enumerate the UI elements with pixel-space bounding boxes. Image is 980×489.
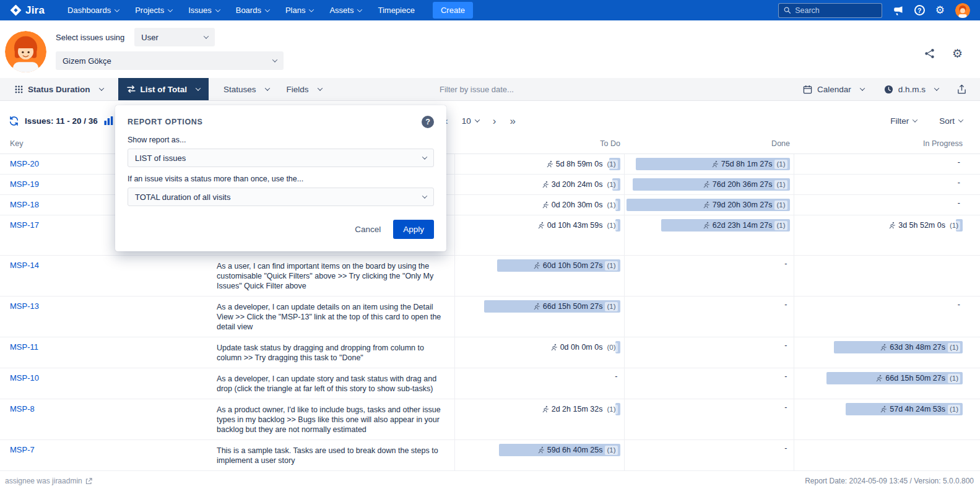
table-row: MSP-11Update task status by dragging and…: [0, 337, 980, 368]
duration-text: 66d 15h 50m 27s: [543, 302, 603, 311]
issue-key-link[interactable]: MSP-19: [10, 180, 39, 189]
duration-count: (1): [948, 343, 960, 352]
issue-date-filter-input[interactable]: Filter by issue date...: [440, 78, 514, 100]
avatar-cartoon-icon: [5, 31, 46, 72]
chevron-down-icon: [265, 7, 270, 12]
status-runner-icon: [542, 181, 549, 188]
statuses-dropdown[interactable]: Statuses: [215, 78, 278, 100]
show-report-as-select[interactable]: LIST of issues: [128, 149, 434, 167]
user-select[interactable]: Gizem Gökçe: [56, 51, 284, 70]
clock-icon: [884, 85, 893, 94]
status-runner-icon: [703, 181, 710, 188]
column-header-done: Done: [624, 133, 794, 154]
current-user-avatar[interactable]: [955, 3, 970, 18]
duration-empty: -: [784, 300, 789, 309]
duration-count: (1): [774, 180, 787, 189]
apply-button[interactable]: Apply: [393, 220, 434, 239]
revisit-behavior-select[interactable]: TOTAL duration of all visits: [128, 188, 434, 206]
cancel-button[interactable]: Cancel: [355, 225, 381, 234]
status-runner-icon: [533, 303, 540, 310]
chevron-down-icon: [215, 7, 220, 12]
issue-key-link[interactable]: MSP-17: [10, 220, 39, 230]
status-runner-icon: [888, 222, 896, 229]
nav-item-label: Dashboards: [67, 6, 111, 15]
calendar-dropdown[interactable]: Calendar: [794, 85, 873, 94]
sort-label: Sort: [939, 116, 955, 126]
announcement-megaphone-icon[interactable]: [893, 6, 904, 15]
issue-key-link[interactable]: MSP-7: [10, 445, 35, 454]
search-box[interactable]: [778, 3, 882, 18]
duration-format-dropdown[interactable]: d.h.m.s: [875, 85, 947, 94]
page-size-value: 10: [462, 116, 471, 126]
calendar-label: Calendar: [817, 85, 851, 94]
issue-key-link[interactable]: MSP-14: [10, 261, 39, 270]
sort-dropdown[interactable]: Sort: [939, 116, 963, 126]
column-header-todo: To Do: [454, 133, 624, 154]
duration-empty: -: [958, 178, 963, 187]
issue-key-link[interactable]: MSP-11: [10, 342, 38, 352]
help-icon[interactable]: ?: [914, 5, 925, 15]
nav-item-boards[interactable]: Boards: [228, 0, 277, 20]
chevron-down-icon: [98, 85, 103, 90]
share-icon[interactable]: [924, 48, 935, 59]
chevron-down-icon: [934, 85, 939, 90]
nav-item-timepiece[interactable]: Timepiece: [370, 0, 422, 20]
chevron-down-icon: [357, 7, 362, 12]
chart-view-button[interactable]: [103, 116, 114, 126]
duration-empty: -: [784, 403, 789, 412]
footer-filter-note[interactable]: assignee was jiraadmin: [5, 477, 92, 485]
status-runner-icon: [703, 222, 710, 229]
calendar-icon: [803, 85, 812, 94]
status-runner-icon: [550, 344, 558, 351]
issue-key-link[interactable]: MSP-10: [10, 373, 39, 383]
dialog-help-icon[interactable]: ?: [422, 116, 434, 128]
report-settings-gear-icon[interactable]: ⚙: [952, 48, 963, 59]
issue-source-select[interactable]: User: [134, 28, 215, 46]
duration-count: (1): [605, 446, 617, 455]
jira-logo-icon: [10, 4, 22, 16]
report-type-dropdown[interactable]: Status Duration: [6, 78, 112, 100]
search-input[interactable]: [795, 6, 877, 15]
duration-cell: 66d 15h 50m 27s(1): [794, 372, 963, 384]
report-options-dialog: REPORT OPTIONS ? Show report as... LIST …: [115, 105, 446, 251]
create-button[interactable]: Create: [433, 2, 473, 19]
duration-count: (1): [605, 180, 617, 189]
report-panel-icons: ⚙: [924, 48, 963, 59]
issue-key-link[interactable]: MSP-8: [10, 404, 35, 413]
issue-key-link[interactable]: MSP-18: [10, 200, 39, 209]
issues-count-label: Issues: 11 - 20 / 36: [25, 116, 98, 126]
filter-label: Filter: [890, 116, 909, 126]
duration-text: 76d 20h 36m 27s: [713, 180, 773, 189]
view-mode-dropdown[interactable]: List of Total: [118, 78, 209, 100]
page-last-button[interactable]: »: [510, 116, 515, 126]
status-runner-icon: [875, 374, 883, 382]
pagination: ‹ 10 › »: [444, 116, 516, 126]
duration-cell: 66d 15h 50m 27s(1): [455, 300, 620, 313]
duration-text: 63d 3h 48m 27s: [890, 343, 945, 352]
duration-text: 79d 20h 30m 27s: [713, 201, 773, 209]
duration-cell: 3d 5h 52m 0s(1): [794, 219, 963, 232]
page-size-select[interactable]: 10: [462, 116, 479, 126]
refresh-button[interactable]: [9, 116, 19, 126]
report-type-label: Status Duration: [28, 85, 90, 94]
admin-settings-gear-icon[interactable]: ⚙: [935, 5, 945, 15]
nav-item-assets[interactable]: Assets: [321, 0, 370, 20]
filter-dropdown[interactable]: Filter: [890, 116, 917, 126]
duration-cell: 59d 6h 40m 25s(1): [455, 444, 620, 456]
issue-key-link[interactable]: MSP-13: [10, 301, 39, 311]
export-button[interactable]: [950, 84, 974, 94]
nav-item-issues[interactable]: Issues: [180, 0, 228, 20]
nav-item-plans[interactable]: Plans: [277, 0, 322, 20]
duration-cell: 3d 20h 24m 0s(1): [455, 178, 620, 191]
fields-dropdown[interactable]: Fields: [278, 78, 331, 100]
page-next-button[interactable]: ›: [493, 116, 497, 126]
issue-key-link[interactable]: MSP-20: [10, 159, 39, 168]
duration-empty: -: [958, 300, 963, 309]
nav-item-dashboards[interactable]: Dashboards: [59, 0, 127, 20]
app-root: Jira DashboardsProjectsIssuesBoardsPlans…: [0, 0, 980, 471]
report-date-version: Report Date: 2024-05-09 13:45 / Version:…: [805, 477, 974, 485]
duration-text: 75d 8h 1m 27s: [721, 160, 773, 168]
jira-home-link[interactable]: Jira: [10, 4, 45, 17]
chevron-down-icon: [309, 7, 314, 12]
nav-item-projects[interactable]: Projects: [127, 0, 180, 20]
